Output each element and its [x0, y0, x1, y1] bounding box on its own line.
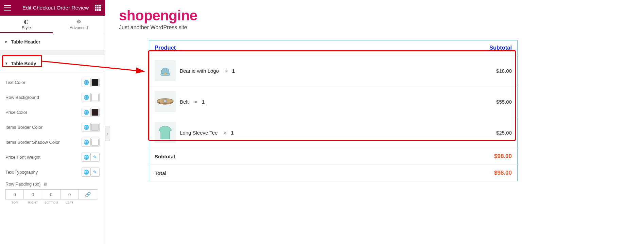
product-thumb: [155, 91, 176, 112]
product-cell: Long Sleeve Tee × 1: [155, 122, 413, 143]
edit-button[interactable]: ✎: [90, 168, 100, 177]
section-table-body[interactable]: ▾ Table Body: [0, 55, 105, 72]
product-qty: 1: [202, 99, 205, 105]
sidebar-header: Edit Checkout Order Review: [0, 0, 105, 16]
table-body: Beanie with Logo × 1 $18.00 Belt × 1: [149, 55, 518, 181]
tab-advanced-label: Advanced: [70, 25, 88, 30]
globe-icon[interactable]: 🌐: [82, 78, 91, 87]
swatch: [91, 139, 99, 146]
padding-left-input[interactable]: [60, 189, 79, 199]
pencil-icon: ✎: [93, 170, 97, 175]
section-table-header[interactable]: ▸ Table Header: [0, 33, 105, 50]
editor-sidebar: Edit Checkout Order Review ◐ Style ⚙ Adv…: [0, 0, 105, 244]
product-price: $55.00: [419, 86, 518, 117]
caret-right-icon: ▸: [5, 39, 7, 44]
row-padding-label: Row Padding (px) 🖥: [5, 181, 100, 187]
order-review-table: Product Subtotal Beanie with Logo × 1 $1…: [149, 40, 518, 181]
col-subtotal: Subtotal: [419, 40, 518, 55]
product-thumb: [155, 122, 176, 143]
padding-left-box: LEFT: [60, 189, 79, 204]
tab-style[interactable]: ◐ Style: [0, 16, 53, 33]
text-color-swatch[interactable]: [90, 78, 100, 87]
items-border-shadow-color-swatch[interactable]: [90, 138, 100, 147]
globe-icon[interactable]: 🌐: [82, 123, 91, 132]
site-tagline: Just another WordPress site: [119, 24, 644, 31]
padding-bottom-box: BOTTOM: [42, 189, 60, 204]
swatch: [91, 94, 99, 101]
tab-advanced[interactable]: ⚙ Advanced: [53, 16, 105, 33]
caret-down-icon: ▾: [5, 61, 7, 66]
site-brand: shopengine: [119, 7, 644, 24]
control-items-border-color: Items Border Color 🌐: [5, 120, 100, 135]
total-label: Total: [149, 165, 419, 181]
globe-icon[interactable]: 🌐: [82, 138, 91, 147]
product-cell: Belt × 1: [155, 91, 413, 112]
pencil-icon: ✎: [93, 155, 97, 160]
row-background-swatch[interactable]: [90, 93, 100, 102]
sidebar-tabs: ◐ Style ⚙ Advanced: [0, 16, 105, 33]
section-spacer: [0, 50, 105, 55]
price-color-swatch[interactable]: [90, 108, 100, 117]
swatch: [91, 79, 99, 86]
table-row: Belt × 1 $55.00: [149, 86, 518, 117]
total-value: $98.00: [419, 165, 518, 181]
tee-icon: [157, 124, 174, 141]
swatch: [91, 109, 99, 116]
gear-icon: ⚙: [76, 18, 81, 25]
qty-times: ×: [224, 130, 227, 136]
subtotal-row: Subtotal $98.00: [149, 148, 518, 165]
total-row: Total $98.00: [149, 165, 518, 181]
table-row: Beanie with Logo × 1 $18.00: [149, 55, 518, 86]
text-typography-label: Text Typography: [5, 170, 82, 175]
apps-icon[interactable]: [95, 5, 101, 11]
padding-right-lbl: RIGHT: [28, 201, 38, 204]
row-padding-text: Row Padding (px): [5, 181, 40, 187]
product-qty: 1: [232, 68, 235, 74]
qty-times: ×: [225, 68, 228, 74]
globe-icon[interactable]: 🌐: [82, 168, 91, 177]
product-name: Long Sleeve Tee: [180, 130, 217, 136]
sidebar-title: Edit Checkout Order Review: [16, 5, 95, 11]
edit-button[interactable]: ✎: [90, 153, 100, 162]
link-values-button[interactable]: 🔗: [79, 189, 97, 199]
control-text-typography: Text Typography 🌐 ✎: [5, 164, 100, 179]
items-border-color-label: Items Border Color: [5, 125, 82, 130]
half-circle-icon: ◐: [24, 18, 29, 25]
globe-icon[interactable]: 🌐: [82, 153, 91, 162]
padding-right-box: RIGHT: [24, 189, 42, 204]
items-border-color-swatch[interactable]: [90, 123, 100, 132]
product-name: Belt: [180, 99, 189, 105]
preview-area: shopengine Just another WordPress site P…: [105, 0, 644, 244]
padding-right-input[interactable]: [24, 189, 42, 199]
padding-top-box: TOP: [5, 189, 24, 204]
belt-icon: [156, 98, 174, 105]
link-icon: 🔗: [85, 192, 91, 197]
desktop-icon[interactable]: 🖥: [43, 182, 47, 187]
svg-point-1: [164, 73, 166, 75]
subtotal-value: $98.00: [419, 148, 518, 165]
menu-icon[interactable]: [4, 5, 11, 11]
product-qty: 1: [231, 130, 233, 136]
control-price-color: Price Color 🌐: [5, 105, 100, 120]
table-row: Long Sleeve Tee × 1 $25.00: [149, 117, 518, 148]
control-text-color: Text Color 🌐: [5, 75, 100, 90]
product-thumb: [155, 60, 176, 81]
control-price-font-weight: Price Font Weight 🌐 ✎: [5, 150, 100, 164]
padding-left-lbl: LEFT: [66, 201, 73, 204]
control-items-border-shadow-color: Items Border Shadow Color 🌐: [5, 135, 100, 150]
globe-icon[interactable]: 🌐: [82, 108, 91, 117]
product-cell: Beanie with Logo × 1: [155, 60, 413, 81]
qty-times: ×: [195, 99, 198, 105]
padding-bottom-input[interactable]: [42, 189, 60, 199]
items-border-shadow-color-label: Items Border Shadow Color: [5, 140, 82, 145]
swatch: [91, 124, 99, 131]
price-font-weight-label: Price Font Weight: [5, 155, 82, 160]
price-color-label: Price Color: [5, 110, 82, 115]
row-padding-inputs: TOP RIGHT BOTTOM LEFT 🔗: [5, 189, 100, 204]
row-background-label: Row Background: [5, 95, 82, 100]
table-header-row: Product Subtotal: [149, 40, 518, 55]
product-price: $18.00: [419, 55, 518, 86]
globe-icon[interactable]: 🌐: [82, 93, 91, 102]
text-color-label: Text Color: [5, 80, 82, 85]
padding-top-input[interactable]: [5, 189, 24, 199]
